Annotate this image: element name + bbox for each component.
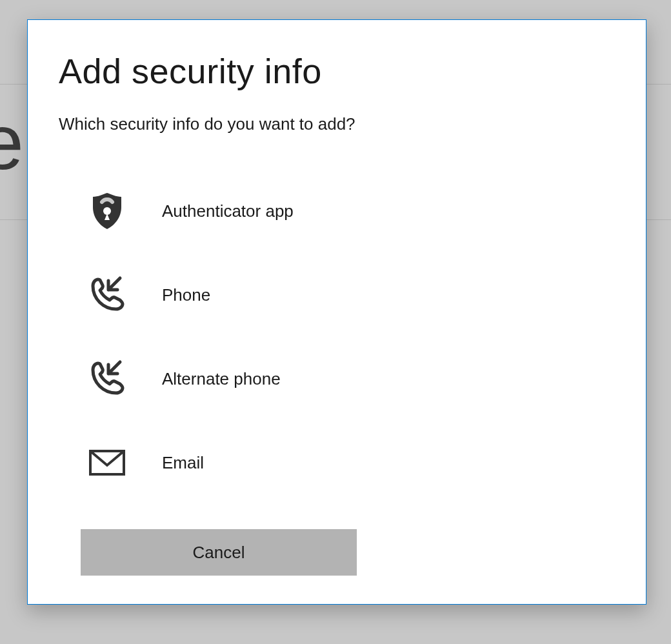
background-text-fragment: e: [0, 103, 24, 181]
email-icon: [85, 440, 130, 485]
option-authenticator-app[interactable]: Authenticator app: [59, 169, 615, 253]
security-options-list: Authenticator app Phone Alternate phone: [59, 169, 615, 505]
option-label: Alternate phone: [162, 369, 281, 389]
option-email[interactable]: Email: [59, 421, 615, 505]
option-phone[interactable]: Phone: [59, 253, 615, 337]
add-security-info-dialog: Add security info Which security info do…: [27, 19, 646, 605]
phone-incoming-icon: [85, 272, 130, 317]
cancel-button[interactable]: Cancel: [81, 529, 357, 576]
dialog-subtitle: Which security info do you want to add?: [59, 114, 615, 134]
authenticator-shield-icon: [85, 188, 130, 234]
option-label: Authenticator app: [162, 201, 294, 221]
option-label: Email: [162, 453, 204, 473]
dialog-footer: Cancel: [81, 529, 357, 576]
option-alternate-phone[interactable]: Alternate phone: [59, 337, 615, 421]
phone-incoming-icon: [85, 356, 130, 401]
dialog-title: Add security info: [59, 51, 615, 91]
option-label: Phone: [162, 285, 210, 305]
